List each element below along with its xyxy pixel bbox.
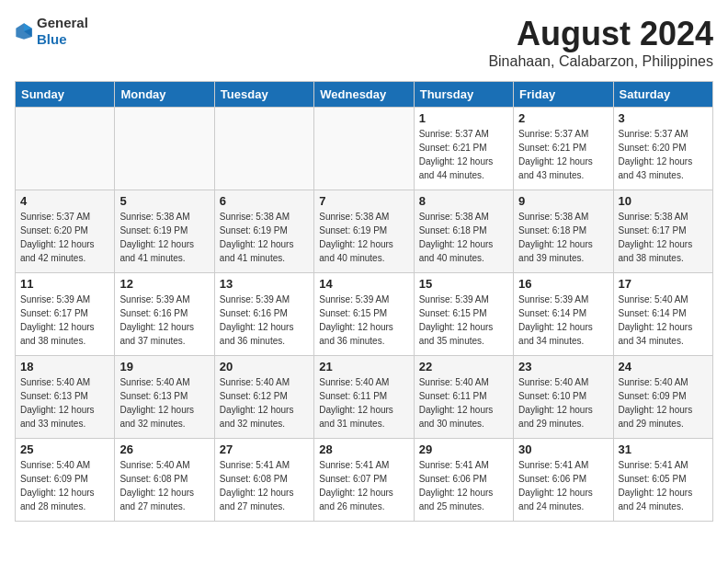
day-number: 23 xyxy=(518,360,608,373)
day-number: 10 xyxy=(619,194,708,208)
title-section: August 2024 Binahaan, Calabarzon, Philip… xyxy=(488,15,713,70)
calendar-cell-w1-d6: 3Sunrise: 5:37 AMSunset: 6:20 PMDaylight… xyxy=(613,108,712,190)
calendar-cell-w5-d5: 30Sunrise: 5:41 AMSunset: 6:06 PMDayligh… xyxy=(514,439,613,522)
calendar-cell-w5-d1: 26Sunrise: 5:40 AMSunset: 6:08 PMDayligh… xyxy=(115,439,214,522)
day-number: 30 xyxy=(518,442,608,456)
header-thursday: Thursday xyxy=(414,82,513,108)
calendar-cell-w4-d6: 24Sunrise: 5:40 AMSunset: 6:09 PMDayligh… xyxy=(613,356,712,439)
day-info: Sunrise: 5:38 AMSunset: 6:17 PMDaylight:… xyxy=(619,210,708,265)
calendar-cell-w1-d0 xyxy=(16,108,115,190)
week-row-3: 11Sunrise: 5:39 AMSunset: 6:17 PMDayligh… xyxy=(16,273,713,356)
day-number: 22 xyxy=(419,360,508,373)
day-number: 29 xyxy=(419,442,508,456)
calendar-cell-w2-d5: 9Sunrise: 5:38 AMSunset: 6:18 PMDaylight… xyxy=(514,190,613,273)
day-number: 19 xyxy=(119,360,209,373)
calendar-cell-w4-d5: 23Sunrise: 5:40 AMSunset: 6:10 PMDayligh… xyxy=(514,356,613,439)
calendar-cell-w5-d3: 28Sunrise: 5:41 AMSunset: 6:07 PMDayligh… xyxy=(314,439,414,522)
calendar-cell-w2-d2: 6Sunrise: 5:38 AMSunset: 6:19 PMDaylight… xyxy=(214,190,313,273)
calendar-cell-w2-d6: 10Sunrise: 5:38 AMSunset: 6:17 PMDayligh… xyxy=(613,190,712,273)
day-info: Sunrise: 5:40 AMSunset: 6:09 PMDaylight:… xyxy=(619,375,708,431)
calendar-cell-w3-d3: 14Sunrise: 5:39 AMSunset: 6:15 PMDayligh… xyxy=(314,273,414,356)
day-number: 7 xyxy=(319,194,408,208)
calendar-cell-w3-d5: 16Sunrise: 5:39 AMSunset: 6:14 PMDayligh… xyxy=(514,273,613,356)
day-number: 31 xyxy=(619,442,708,456)
day-info: Sunrise: 5:39 AMSunset: 6:16 PMDaylight:… xyxy=(220,293,309,348)
day-number: 27 xyxy=(220,442,309,456)
calendar-cell-w5-d6: 31Sunrise: 5:41 AMSunset: 6:05 PMDayligh… xyxy=(613,439,712,522)
day-number: 17 xyxy=(619,277,708,291)
calendar-cell-w3-d1: 12Sunrise: 5:39 AMSunset: 6:16 PMDayligh… xyxy=(115,273,214,356)
day-number: 18 xyxy=(20,360,109,373)
day-number: 26 xyxy=(119,442,209,456)
day-number: 16 xyxy=(518,277,608,291)
day-info: Sunrise: 5:39 AMSunset: 6:15 PMDaylight:… xyxy=(419,293,508,348)
calendar-cell-w3-d6: 17Sunrise: 5:40 AMSunset: 6:14 PMDayligh… xyxy=(613,273,712,356)
day-info: Sunrise: 5:40 AMSunset: 6:13 PMDaylight:… xyxy=(20,375,109,431)
day-number: 21 xyxy=(319,360,408,373)
calendar-cell-w5-d4: 29Sunrise: 5:41 AMSunset: 6:06 PMDayligh… xyxy=(414,439,513,522)
calendar-cell-w4-d1: 19Sunrise: 5:40 AMSunset: 6:13 PMDayligh… xyxy=(115,356,214,439)
day-number: 12 xyxy=(119,277,209,291)
day-number: 1 xyxy=(419,111,508,125)
calendar-cell-w2-d3: 7Sunrise: 5:38 AMSunset: 6:19 PMDaylight… xyxy=(314,190,414,273)
week-row-4: 18Sunrise: 5:40 AMSunset: 6:13 PMDayligh… xyxy=(16,356,713,439)
month-year-title: August 2024 xyxy=(488,15,713,53)
day-info: Sunrise: 5:37 AMSunset: 6:21 PMDaylight:… xyxy=(419,127,508,182)
calendar-cell-w4-d2: 20Sunrise: 5:40 AMSunset: 6:12 PMDayligh… xyxy=(214,356,313,439)
day-info: Sunrise: 5:41 AMSunset: 6:06 PMDaylight:… xyxy=(419,458,508,513)
calendar-cell-w3-d4: 15Sunrise: 5:39 AMSunset: 6:15 PMDayligh… xyxy=(414,273,513,356)
header-monday: Monday xyxy=(115,82,214,108)
header-sunday: Sunday xyxy=(16,82,115,108)
day-number: 11 xyxy=(20,277,109,291)
day-info: Sunrise: 5:38 AMSunset: 6:18 PMDaylight:… xyxy=(419,210,508,265)
page-header: General Blue August 2024 Binahaan, Calab… xyxy=(15,15,713,70)
calendar-cell-w5-d0: 25Sunrise: 5:40 AMSunset: 6:09 PMDayligh… xyxy=(16,439,115,522)
day-info: Sunrise: 5:37 AMSunset: 6:20 PMDaylight:… xyxy=(619,127,708,182)
week-row-5: 25Sunrise: 5:40 AMSunset: 6:09 PMDayligh… xyxy=(16,439,713,522)
day-info: Sunrise: 5:41 AMSunset: 6:05 PMDaylight:… xyxy=(619,458,708,513)
calendar-cell-w4-d0: 18Sunrise: 5:40 AMSunset: 6:13 PMDayligh… xyxy=(16,356,115,439)
day-info: Sunrise: 5:40 AMSunset: 6:12 PMDaylight:… xyxy=(220,375,309,431)
header-friday: Friday xyxy=(514,82,613,108)
day-info: Sunrise: 5:41 AMSunset: 6:08 PMDaylight:… xyxy=(220,458,309,513)
day-info: Sunrise: 5:40 AMSunset: 6:08 PMDaylight:… xyxy=(119,458,209,513)
day-number: 6 xyxy=(220,194,309,208)
day-number: 25 xyxy=(20,442,109,456)
calendar-cell-w2-d0: 4Sunrise: 5:37 AMSunset: 6:20 PMDaylight… xyxy=(16,190,115,273)
day-info: Sunrise: 5:39 AMSunset: 6:14 PMDaylight:… xyxy=(518,293,608,348)
day-info: Sunrise: 5:40 AMSunset: 6:09 PMDaylight:… xyxy=(20,458,109,513)
day-info: Sunrise: 5:41 AMSunset: 6:06 PMDaylight:… xyxy=(518,458,608,513)
day-number: 5 xyxy=(119,194,209,208)
week-row-1: 1Sunrise: 5:37 AMSunset: 6:21 PMDaylight… xyxy=(16,108,713,190)
day-info: Sunrise: 5:40 AMSunset: 6:13 PMDaylight:… xyxy=(119,375,209,431)
day-number: 9 xyxy=(518,194,608,208)
day-info: Sunrise: 5:38 AMSunset: 6:19 PMDaylight:… xyxy=(319,210,408,265)
day-info: Sunrise: 5:39 AMSunset: 6:15 PMDaylight:… xyxy=(319,293,408,348)
logo-text: General Blue xyxy=(37,15,88,48)
location-subtitle: Binahaan, Calabarzon, Philippines xyxy=(488,53,713,70)
calendar-cell-w3-d2: 13Sunrise: 5:39 AMSunset: 6:16 PMDayligh… xyxy=(214,273,313,356)
day-info: Sunrise: 5:41 AMSunset: 6:07 PMDaylight:… xyxy=(319,458,408,513)
day-info: Sunrise: 5:40 AMSunset: 6:11 PMDaylight:… xyxy=(419,375,508,431)
header-saturday: Saturday xyxy=(613,82,712,108)
calendar-cell-w4-d4: 22Sunrise: 5:40 AMSunset: 6:11 PMDayligh… xyxy=(414,356,513,439)
calendar-cell-w1-d4: 1Sunrise: 5:37 AMSunset: 6:21 PMDaylight… xyxy=(414,108,513,190)
day-info: Sunrise: 5:39 AMSunset: 6:16 PMDaylight:… xyxy=(119,293,209,348)
day-info: Sunrise: 5:40 AMSunset: 6:14 PMDaylight:… xyxy=(619,293,708,348)
day-info: Sunrise: 5:37 AMSunset: 6:20 PMDaylight:… xyxy=(20,210,109,265)
day-info: Sunrise: 5:38 AMSunset: 6:19 PMDaylight:… xyxy=(220,210,309,265)
calendar-cell-w4-d3: 21Sunrise: 5:40 AMSunset: 6:11 PMDayligh… xyxy=(314,356,414,439)
header-tuesday: Tuesday xyxy=(214,82,313,108)
calendar-table: Sunday Monday Tuesday Wednesday Thursday… xyxy=(15,81,713,522)
week-row-2: 4Sunrise: 5:37 AMSunset: 6:20 PMDaylight… xyxy=(16,190,713,273)
day-info: Sunrise: 5:38 AMSunset: 6:18 PMDaylight:… xyxy=(518,210,608,265)
calendar-cell-w5-d2: 27Sunrise: 5:41 AMSunset: 6:08 PMDayligh… xyxy=(214,439,313,522)
calendar-cell-w1-d3 xyxy=(314,108,414,190)
header-wednesday: Wednesday xyxy=(314,82,414,108)
calendar-cell-w1-d2 xyxy=(214,108,313,190)
day-info: Sunrise: 5:39 AMSunset: 6:17 PMDaylight:… xyxy=(20,293,109,348)
calendar-cell-w1-d1 xyxy=(115,108,214,190)
day-number: 28 xyxy=(319,442,408,456)
day-number: 15 xyxy=(419,277,508,291)
day-info: Sunrise: 5:38 AMSunset: 6:19 PMDaylight:… xyxy=(119,210,209,265)
